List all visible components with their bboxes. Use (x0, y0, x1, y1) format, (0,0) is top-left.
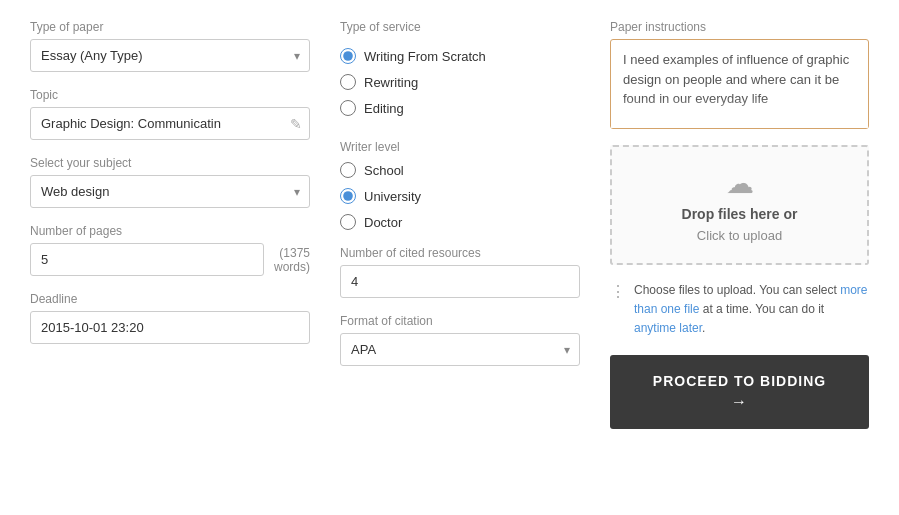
writer-school-radio[interactable] (340, 162, 356, 178)
service-editing[interactable]: Editing (340, 100, 580, 116)
drop-zone[interactable]: ☁ Drop files here or Click to upload (610, 145, 869, 265)
pages-row: (1375 words) (30, 243, 310, 276)
deadline-input[interactable] (30, 311, 310, 344)
drop-main-text: Drop files here or (682, 206, 798, 222)
service-radio-group: Writing From Scratch Rewriting Editing (340, 48, 580, 116)
writer-doctor-radio[interactable] (340, 214, 356, 230)
subject-select[interactable]: Web design Graphic Design Art Other (30, 175, 310, 208)
service-writing-label: Writing From Scratch (364, 49, 486, 64)
service-editing-radio[interactable] (340, 100, 356, 116)
type-of-paper-select-wrapper: Essay (Any Type) Research Paper Term Pap… (30, 39, 310, 72)
writer-label: Writer level (340, 140, 580, 154)
writer-school-label: School (364, 163, 404, 178)
citation-label: Format of citation (340, 314, 580, 328)
proceed-label: PROCEED TO BIDDING (653, 373, 826, 389)
cited-label: Number of cited resources (340, 246, 580, 260)
instructions-box: I need examples of influence of graphic … (610, 39, 869, 129)
type-of-paper-label: Type of paper (30, 20, 310, 34)
pages-input[interactable] (30, 243, 264, 276)
subject-select-wrapper: Web design Graphic Design Art Other (30, 175, 310, 208)
info-text: Choose files to upload. You can select m… (634, 281, 869, 339)
writer-university-radio[interactable] (340, 188, 356, 204)
cited-input[interactable] (340, 265, 580, 298)
cloud-upload-icon: ☁ (726, 167, 754, 200)
service-editing-label: Editing (364, 101, 404, 116)
subject-label: Select your subject (30, 156, 310, 170)
service-writing[interactable]: Writing From Scratch (340, 48, 580, 64)
proceed-arrow: → (731, 393, 748, 411)
pages-group: Number of pages (1375 words) (30, 224, 310, 276)
topic-input[interactable] (30, 107, 310, 140)
writer-school[interactable]: School (340, 162, 580, 178)
proceed-button[interactable]: PROCEED TO BIDDING → (610, 355, 869, 429)
citation-group: Format of citation APA MLA Chicago Harva… (340, 314, 580, 366)
type-of-paper-group: Type of paper Essay (Any Type) Research … (30, 20, 310, 72)
instructions-text: I need examples of influence of graphic … (623, 52, 849, 106)
deadline-group: Deadline (30, 292, 310, 344)
cited-group: Number of cited resources (340, 246, 580, 298)
deadline-label: Deadline (30, 292, 310, 306)
service-rewriting[interactable]: Rewriting (340, 74, 580, 90)
drop-sub-text: Click to upload (697, 228, 782, 243)
topic-group: Topic ✎ (30, 88, 310, 140)
service-rewriting-radio[interactable] (340, 74, 356, 90)
service-section: Type of service Writing From Scratch Rew… (340, 20, 580, 116)
info-row: ⋮ Choose files to upload. You can select… (610, 281, 869, 339)
topic-label: Topic (30, 88, 310, 102)
writer-university[interactable]: University (340, 188, 580, 204)
topic-wrapper: ✎ (30, 107, 310, 140)
service-rewriting-label: Rewriting (364, 75, 418, 90)
pages-label: Number of pages (30, 224, 310, 238)
writer-doctor-label: Doctor (364, 215, 402, 230)
citation-select-wrapper: APA MLA Chicago Harvard (340, 333, 580, 366)
writer-section: Writer level School University Doctor (340, 140, 580, 230)
service-writing-radio[interactable] (340, 48, 356, 64)
info-icon: ⋮ (610, 281, 626, 303)
citation-select[interactable]: APA MLA Chicago Harvard (340, 333, 580, 366)
subject-group: Select your subject Web design Graphic D… (30, 156, 310, 208)
instructions-group: Paper instructions I need examples of in… (610, 20, 869, 129)
edit-icon: ✎ (290, 116, 302, 132)
service-label: Type of service (340, 20, 580, 34)
instructions-label: Paper instructions (610, 20, 869, 34)
info-highlight-2: anytime later (634, 321, 702, 335)
writer-radio-group: School University Doctor (340, 162, 580, 230)
writer-university-label: University (364, 189, 421, 204)
words-label: (1375 words) (274, 246, 310, 274)
writer-doctor[interactable]: Doctor (340, 214, 580, 230)
type-of-paper-select[interactable]: Essay (Any Type) Research Paper Term Pap… (30, 39, 310, 72)
info-highlight-1: more than one file (634, 283, 868, 316)
